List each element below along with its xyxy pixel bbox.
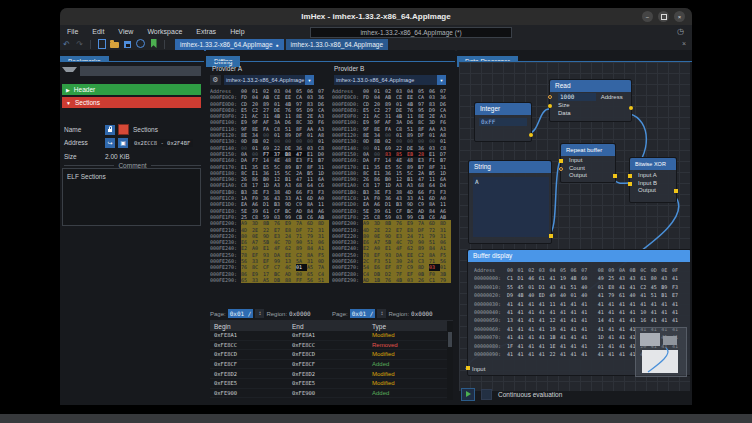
region-value-a: 0x0000 xyxy=(289,310,311,317)
jump-to-address-icon[interactable]: ↪ xyxy=(105,138,115,148)
chevron-down-icon[interactable]: ▼ xyxy=(305,75,314,85)
diffing-panel: Diffing Provider A Provider B ⚙ imhex-1.… xyxy=(206,50,455,402)
integer-value-input[interactable]: 0xFF xyxy=(479,118,527,126)
output-pin[interactable] xyxy=(613,174,617,178)
table-header: Begin End Type xyxy=(210,321,453,331)
gear-icon[interactable]: ⚙ xyxy=(210,75,221,85)
window-title: ImHex - imhex-1.33.2-x86_64.AppImage xyxy=(301,12,450,21)
bookmark-address-value: 0x2ECC8 - 0x2F4BF xyxy=(131,139,193,147)
data-output-pin[interactable] xyxy=(629,106,633,110)
filter-icon xyxy=(62,67,77,76)
region-value-b: 0x0000 xyxy=(411,310,433,317)
bookmark-entry-header[interactable]: ▶ Header xyxy=(62,84,201,95)
file-tab[interactable]: imhex-1.33.0-x86_64.AppImage xyxy=(286,39,389,51)
provider-b-select[interactable]: imhex-1.33.0-x86_64.AppImage ▼ xyxy=(334,75,446,85)
bookmark-comment-input[interactable]: ELF Sections xyxy=(62,168,201,226)
continuous-evaluation-checkbox[interactable] xyxy=(481,389,492,400)
table-row[interactable]: 0xFE8CF0xFE8CFAdded xyxy=(210,360,453,370)
read-address-input[interactable]: 1000 xyxy=(558,93,596,101)
node-string[interactable]: String A xyxy=(468,160,552,244)
close-button[interactable]: × xyxy=(674,11,685,22)
lock-icon[interactable] xyxy=(105,125,115,135)
node-title: Read xyxy=(550,80,631,92)
page-jump-icon[interactable]: ↕ xyxy=(255,309,264,318)
node-repeat-buffer[interactable]: Repeat buffer Input Count Output xyxy=(560,143,616,183)
node-title: Repeat buffer xyxy=(561,144,615,156)
diff-results-table[interactable]: Begin End Type 0xFE8A10xFE8A1Modified0xF… xyxy=(210,320,453,400)
tabbar-close-icon[interactable]: × xyxy=(682,40,686,47)
output-pin[interactable] xyxy=(674,189,678,193)
node-read[interactable]: Read 1000 Address Size Data xyxy=(549,79,632,122)
chevron-down-icon[interactable]: ▼ xyxy=(437,75,446,85)
hex-row[interactable]: 000FE290:AD1B764B0326C179 xyxy=(332,277,454,283)
file-tab[interactable]: imhex-1.33.2-x86_64.AppImage● xyxy=(175,39,284,51)
titlebar[interactable]: ImHex - imhex-1.33.2-x86_64.AppImage xyxy=(60,8,692,25)
bookmark-entry-sections[interactable]: ▼ Sections xyxy=(62,97,201,108)
input-a-pin[interactable] xyxy=(628,174,632,178)
address-input-pin[interactable] xyxy=(548,95,552,99)
provider-b-value: imhex-1.33.0-x86_64.AppImage xyxy=(334,77,437,83)
table-row[interactable]: 0xFE8CD0xFE8CDModified xyxy=(210,350,453,360)
bookmarks-panel: Bookmarks ▶ Header ▼ Sections Name xyxy=(60,50,204,402)
count-pin[interactable] xyxy=(559,167,563,171)
menu-help[interactable]: Help xyxy=(223,28,251,35)
table-row[interactable]: 0xFE8E50xFE8E5Modified xyxy=(210,379,453,389)
maximize-button[interactable] xyxy=(658,11,669,22)
table-row[interactable]: 0xFE8D20xFE8D2Modified xyxy=(210,369,453,379)
input-b-pin[interactable] xyxy=(628,182,632,186)
address-pin-label: Address xyxy=(601,94,623,100)
table-scrollbar[interactable] xyxy=(447,321,453,400)
recent-icon[interactable]: ◷ xyxy=(677,27,684,36)
global-search-box[interactable]: imhex-1.33.2-x86_64.AppImage (*) xyxy=(310,27,512,38)
provider-a-value: imhex-1.33.2-x86_64.AppImage xyxy=(224,77,305,83)
size-input-pin[interactable] xyxy=(548,104,552,108)
minimize-button[interactable]: − xyxy=(642,11,653,22)
node-editor-canvas[interactable]: Integer 0xFF Read 1000 Address Size xyxy=(459,62,690,391)
buffer-input-pin[interactable] xyxy=(466,366,470,370)
maximize-icon xyxy=(661,14,667,20)
hex-row[interactable]: 000FE290:6533A5DB88FF5651 xyxy=(210,277,332,283)
collapsed-arrow-icon: ▶ xyxy=(66,87,70,93)
menu-workspace[interactable]: Workspace xyxy=(140,28,189,35)
toolbar-separator xyxy=(164,40,165,49)
node-editor-minimap[interactable] xyxy=(635,327,687,377)
page-jump-icon[interactable]: ↕ xyxy=(377,309,386,318)
input-pin[interactable] xyxy=(559,159,563,163)
file-tabs: imhex-1.33.2-x86_64.AppImage●imhex-1.33.… xyxy=(175,39,388,51)
page-input-a[interactable]: 0x01 / xyxy=(228,309,254,318)
input-pin-label: Input xyxy=(569,157,582,163)
output-pin[interactable] xyxy=(529,133,533,137)
table-row[interactable]: 0xFE8CC0xFE8CCRemoved xyxy=(210,341,453,351)
menu-view[interactable]: View xyxy=(111,28,140,35)
node-integer[interactable]: Integer 0xFF xyxy=(474,102,532,142)
desktop-taskbar[interactable] xyxy=(0,414,752,423)
select-region-icon[interactable]: ▣ xyxy=(118,138,128,148)
page-label: Page: xyxy=(332,311,348,317)
page-label: Page: xyxy=(210,311,226,317)
provider-a-select[interactable]: imhex-1.33.2-x86_64.AppImage ▼ xyxy=(224,75,314,85)
bookmark-color-swatch[interactable] xyxy=(118,124,129,135)
desktop: ImHex - imhex-1.33.2-x86_64.AppImage − ×… xyxy=(0,0,752,423)
output-pin[interactable] xyxy=(549,234,553,238)
bookmark-filter-input[interactable] xyxy=(80,66,201,76)
buffer-input-label: Input xyxy=(472,366,485,372)
menu-edit[interactable]: Edit xyxy=(85,28,111,35)
evaluate-play-button[interactable] xyxy=(461,388,475,401)
input-b-label: Input B xyxy=(638,180,657,186)
table-row[interactable]: 0xFE9000xFE900Added xyxy=(210,389,453,399)
output-pin-label: Output xyxy=(569,172,587,178)
string-value-input[interactable]: A xyxy=(473,177,549,237)
hex-view-provider-b[interactable]: Address0001020304050607000FE0C0:FD04ABCE… xyxy=(332,88,454,306)
node-bitwise-xor[interactable]: Bitwise XOR Input A Input B Output xyxy=(629,157,677,203)
page-controls-a: Page: 0x01 / ↕ Region: 0x0000 xyxy=(210,308,330,319)
menu-extras[interactable]: Extras xyxy=(189,28,223,35)
toolbar-separator xyxy=(90,40,91,49)
table-row[interactable]: 0xFE9050xFE905Modified xyxy=(210,398,453,400)
region-label: Region: xyxy=(266,311,287,317)
table-row[interactable]: 0xFE8A10xFE8A1Modified xyxy=(210,331,453,341)
page-input-b[interactable]: 0x01 / xyxy=(350,309,376,318)
node-title: String xyxy=(469,161,551,173)
hex-view-provider-a[interactable]: Address0001020304050607000FE0C0:FD04ABCE… xyxy=(210,88,332,306)
menu-file[interactable]: File xyxy=(60,28,85,35)
imhex-window: ImHex - imhex-1.33.2-x86_64.AppImage − ×… xyxy=(60,8,692,405)
